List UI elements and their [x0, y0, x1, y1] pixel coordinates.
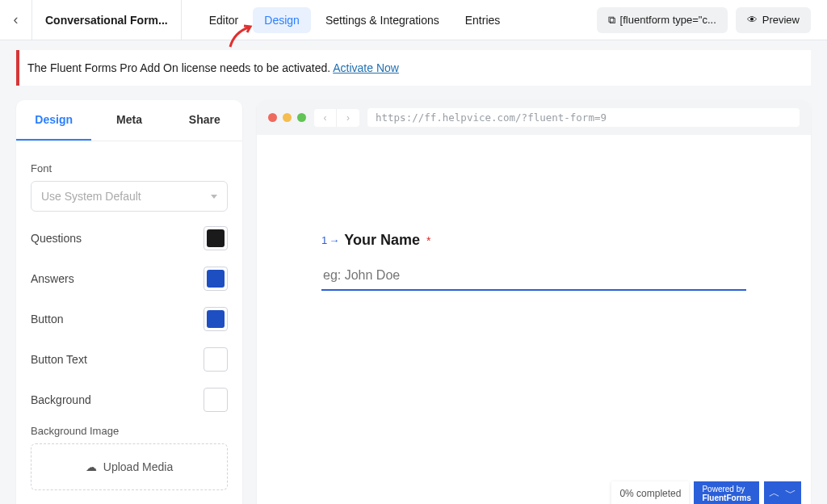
cloud-upload-icon: ☁ — [86, 460, 97, 473]
background-label: Background — [31, 393, 91, 406]
button-text-label: Button Text — [31, 353, 87, 366]
side-tab-design[interactable]: Design — [16, 100, 91, 141]
top-bar: ‹ Conversational Form... Editor Design S… — [0, 0, 827, 40]
font-label: Font — [31, 162, 228, 174]
question-number: 1→ — [321, 234, 339, 246]
questions-color[interactable] — [204, 226, 228, 250]
chevron-up-icon: ︿ — [769, 486, 780, 501]
traffic-min-icon — [283, 113, 292, 122]
chevron-left-icon: ‹ — [14, 11, 19, 28]
answers-color[interactable] — [204, 267, 228, 291]
shortcode-chip[interactable]: ⧉ [fluentform type="c... — [597, 7, 728, 33]
button-text-color[interactable] — [204, 347, 228, 372]
activate-link[interactable]: Activate Now — [333, 61, 399, 74]
tab-entries[interactable]: Entries — [454, 7, 512, 33]
main-nav: Editor Design Settings & Integrations En… — [182, 7, 528, 33]
shortcode-text: [fluentform type="c... — [620, 14, 716, 26]
traffic-max-icon — [297, 113, 306, 122]
answers-label: Answers — [31, 272, 74, 285]
tab-design[interactable]: Design — [253, 7, 311, 33]
side-tab-share[interactable]: Share — [167, 100, 242, 141]
form-title: Conversational Form... — [32, 0, 182, 40]
bg-image-label: Background Image — [31, 425, 228, 437]
copy-icon: ⧉ — [608, 14, 615, 27]
button-label: Button — [31, 313, 63, 326]
font-value: Use System Default — [41, 190, 141, 203]
progress-indicator: 0% completed — [611, 481, 689, 504]
chevron-down-icon — [211, 195, 217, 199]
browser-chrome: ‹ › https://ff.helpvice.com/?fluent-form… — [257, 100, 811, 135]
browser-forward-button[interactable]: › — [337, 109, 359, 127]
upload-media-button[interactable]: ☁ Upload Media — [31, 443, 228, 490]
back-button[interactable]: ‹ — [0, 0, 32, 40]
tab-settings[interactable]: Settings & Integrations — [314, 7, 451, 33]
required-indicator: * — [426, 234, 430, 247]
form-preview: ‹ › https://ff.helpvice.com/?fluent-form… — [257, 100, 811, 504]
design-panel: Design Meta Share Font Use System Defaul… — [16, 100, 242, 504]
side-tab-meta[interactable]: Meta — [91, 100, 166, 141]
url-bar[interactable]: https://ff.helpvice.com/?fluent-form=9 — [367, 108, 800, 127]
notice-text: The Fluent Forms Pro Add On license need… — [27, 61, 333, 74]
eye-icon: 👁 — [747, 14, 758, 26]
background-color[interactable] — [204, 388, 228, 412]
preview-button[interactable]: 👁 Preview — [736, 7, 811, 33]
browser-back-button[interactable]: ‹ — [314, 109, 337, 127]
tab-editor[interactable]: Editor — [198, 7, 250, 33]
scroll-controls[interactable]: ︿﹀ — [764, 481, 801, 504]
font-select[interactable]: Use System Default — [31, 181, 228, 212]
question-text: Your Name — [344, 232, 420, 249]
button-color[interactable] — [204, 307, 228, 331]
questions-label: Questions — [31, 232, 82, 245]
answer-input[interactable] — [321, 262, 746, 291]
traffic-close-icon — [268, 113, 277, 122]
chevron-down-icon: ﹀ — [785, 486, 796, 501]
arrow-right-icon: → — [329, 234, 339, 246]
license-notice: The Fluent Forms Pro Add On license need… — [16, 50, 811, 86]
powered-by-badge[interactable]: Powered by FluentForms — [694, 481, 759, 504]
